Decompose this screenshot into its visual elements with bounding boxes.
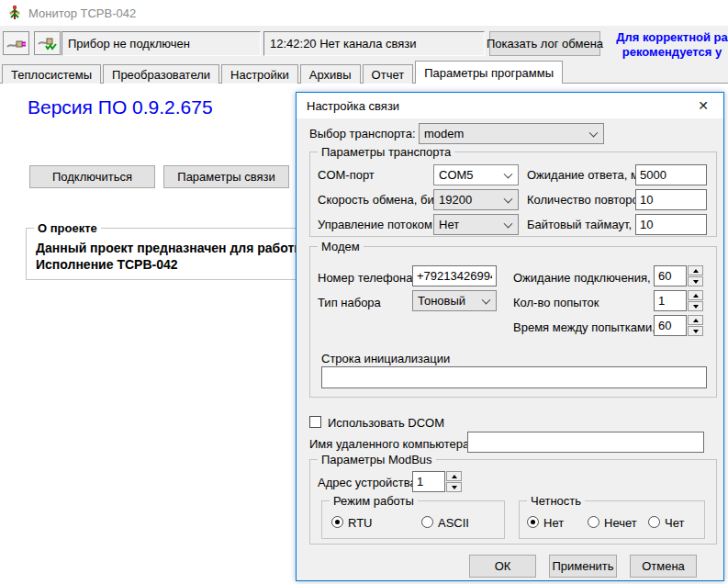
answer-timeout-label: Ожидание ответа, мс [527,168,644,182]
spin-up-button[interactable] [446,471,462,481]
window-title: Монитор ТСРВ-042 [28,6,136,20]
use-dcom-checkbox[interactable] [309,416,321,428]
dialog-close-button[interactable]: ✕ [683,93,723,118]
tab-preobrazovateli[interactable]: Преобразователи [103,64,219,84]
parity-group: Четность Нет Нечет Чет [519,500,705,539]
window-titlebar: Монитор ТСРВ-042 [0,0,728,26]
transport-label: Выбор транспорта: [309,127,416,140]
connect-wait-input[interactable] [654,265,687,286]
modem-group-title: Модем [318,240,364,253]
device-address-input[interactable] [412,471,445,492]
toolbar: Прибор не подключен 12:42:20 Нет канала … [0,26,728,59]
mode-group-title: Режим работы [330,494,418,508]
radio-parity-even-label: Чет [665,516,684,530]
about-line2: Исполнение ТСРВ-042 [36,256,305,273]
attempts-spinner [654,290,703,311]
comm-params-button[interactable]: Параметры связи [163,165,289,188]
transport-value: modem [424,127,464,140]
close-icon: ✕ [698,98,709,113]
channel-status-text: 12:42:20 Нет канала связи [270,37,417,51]
answer-timeout-input[interactable] [635,164,707,185]
retry-count-label: Количество повторов [527,193,645,207]
modem-group: Модем Номер телефона Ожидание подключени… [309,246,717,398]
chevron-down-icon [504,194,513,203]
tab-otchet[interactable]: Отчет [363,64,414,84]
flow-control-value: Нет [439,218,459,231]
radio-parity-odd-label: Нечет [604,516,637,530]
parity-group-title: Четность [527,494,585,508]
modbus-group: Параметры ModBus Адрес устройства Режим … [309,459,717,545]
chevron-down-icon [504,169,513,178]
device-address-spinner [412,471,462,492]
device-status-text: Прибор не подключен [68,37,190,51]
flow-control-combobox[interactable]: Нет [433,214,519,235]
between-attempts-input[interactable] [654,315,687,336]
radio-parity-even[interactable] [648,516,660,528]
check-connection-button[interactable] [34,31,61,55]
attempts-label: Кол-во попыток [513,296,599,309]
spin-down-button[interactable] [688,301,703,311]
dial-type-label: Тип набора [318,296,381,309]
recommendation-notice: Для корректной ра рекомендуется у [603,30,728,60]
radio-ascii[interactable] [421,516,433,528]
between-attempts-spinner [654,315,703,336]
spin-down-button[interactable] [446,482,462,492]
byte-timeout-input[interactable] [635,214,707,235]
notice-line1: Для корректной ра [603,30,728,45]
transport-combobox[interactable]: modem [419,123,604,144]
show-log-button[interactable]: Показать лог обмена [489,31,600,56]
remote-computer-input[interactable] [467,432,704,453]
notice-line2: рекомендуется у [603,45,728,60]
spin-down-button[interactable] [688,276,703,286]
modbus-group-title: Параметры ModBus [318,453,436,466]
tab-teplosistemy[interactable]: Теплосистемы [2,64,101,84]
connect-button[interactable]: Подключиться [29,165,155,188]
baud-rate-value: 19200 [439,193,472,207]
baud-rate-label: Скорость обмена, бит/с [318,193,449,207]
apply-button[interactable]: Применить [549,555,617,578]
about-project-text: Данный проект предназначен для работы Ис… [36,240,305,273]
spin-up-button[interactable] [688,290,703,300]
chevron-down-icon [482,295,491,304]
dial-type-value: Тоновый [418,294,465,308]
dialog-titlebar: Настройка связи [297,93,723,118]
app-icon [6,5,23,21]
tab-arkhivy[interactable]: Архивы [300,64,361,84]
connect-wait-spinner [654,265,703,286]
phone-number-label: Номер телефона [318,271,412,285]
radio-rtu[interactable] [331,516,343,528]
radio-parity-none-label: Нет [543,516,564,530]
ok-button[interactable]: ОК [469,555,536,578]
com-port-value: COM5 [439,168,474,182]
tab-nastroyki[interactable]: Настройки [221,64,298,84]
spin-down-button[interactable] [688,326,703,336]
dialog-title: Настройка связи [307,99,399,113]
phone-number-input[interactable] [412,265,497,286]
spin-up-button[interactable] [688,265,703,275]
tab-parametry-programmy[interactable]: Параметры программы [415,61,563,84]
spin-up-button[interactable] [688,315,703,325]
communication-settings-dialog: Настройка связи ✕ Выбор транспорта: mode… [296,92,724,581]
tab-bar: Теплосистемы Преобразователи Настройки А… [0,59,728,84]
plug-check-icon [37,34,59,52]
radio-parity-none[interactable] [527,516,539,528]
radio-parity-odd[interactable] [588,516,599,528]
radio-ascii-label: ASCII [438,516,469,530]
init-string-input[interactable] [321,366,707,388]
dial-type-combobox[interactable]: Тоновый [412,290,497,311]
com-port-combobox[interactable]: COM5 [433,164,519,185]
device-status-field: Прибор не подключен [62,31,261,56]
connect-device-button[interactable] [3,31,29,55]
software-version-label: Версия ПО 0.9.2.675 [28,96,213,118]
attempts-input[interactable] [654,290,687,311]
remote-computer-label: Имя удаленного компьютера: [309,437,473,451]
baud-rate-combobox[interactable]: 19200 [433,189,519,210]
chevron-down-icon [504,219,513,228]
transport-params-group: Параметры транспорта COM-порт COM5 Ожида… [309,152,717,237]
use-dcom-label: Использовать DCOM [328,416,444,430]
byte-timeout-label: Байтовый таймаут, мс [527,218,649,231]
flow-control-label: Управление потоком [318,218,432,231]
retry-count-input[interactable] [635,189,707,210]
transport-group-title: Параметры транспорта [318,145,454,159]
cancel-button[interactable]: Отмена [630,555,697,578]
